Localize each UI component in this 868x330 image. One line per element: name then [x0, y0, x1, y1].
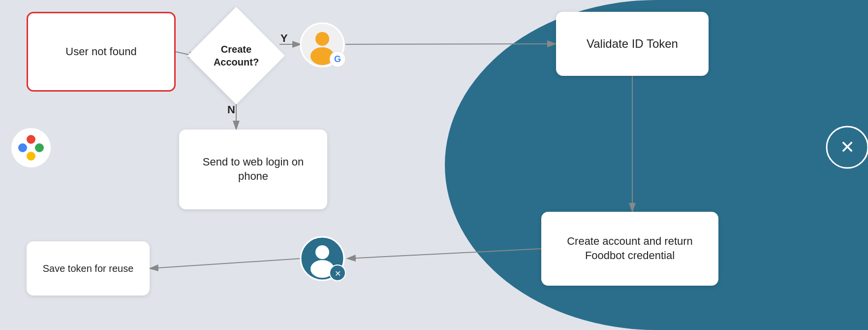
svg-point-15 [18, 143, 27, 152]
svg-point-18 [27, 152, 35, 161]
create-account-label: CreateAccount? [192, 43, 280, 68]
svg-point-10 [315, 32, 329, 46]
create-account-return-label: Create account and return Foodbot creden… [551, 234, 709, 263]
send-to-web-label: Send to web login on phone [189, 155, 317, 183]
svg-point-17 [35, 143, 44, 152]
svg-point-20 [315, 245, 329, 259]
validate-id-box: Validate ID Token [556, 12, 709, 76]
diagram-content: User not found CreateAccount? Y N G Send… [0, 0, 868, 330]
user-not-found-box: User not found [27, 12, 176, 92]
user-not-found-label: User not found [65, 45, 136, 59]
google-user-icon-wrap: G [299, 22, 346, 70]
save-token-label: Save token for reuse [43, 262, 134, 275]
google-assistant-icon [9, 126, 53, 172]
no-label: N [227, 103, 235, 116]
svg-line-8 [150, 259, 300, 268]
foodbot-user-icon-wrap: ✕ [299, 235, 346, 284]
svg-point-16 [27, 135, 35, 144]
create-account-diamond-wrap: CreateAccount? [192, 10, 280, 101]
svg-line-4 [345, 44, 556, 44]
svg-text:✕: ✕ [335, 269, 341, 278]
yes-label: Y [280, 32, 288, 45]
svg-text:G: G [334, 54, 341, 64]
save-token-box: Save token for reuse [27, 241, 150, 296]
send-to-web-box: Send to web login on phone [179, 130, 327, 209]
create-account-return-box: Create account and return Foodbot creden… [541, 212, 718, 286]
foodbot-app-icon: ✕ [826, 126, 868, 171]
google-user-svg: G [299, 22, 346, 68]
validate-id-label: Validate ID Token [587, 36, 678, 51]
svg-point-14 [11, 128, 51, 167]
svg-line-7 [347, 249, 541, 259]
svg-text:✕: ✕ [840, 137, 855, 157]
